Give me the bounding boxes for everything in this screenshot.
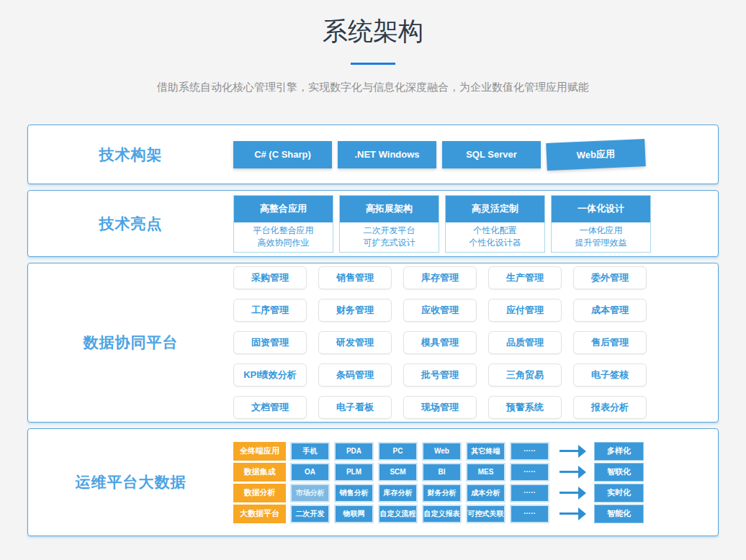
module-button[interactable]: 工序管理 xyxy=(233,299,307,322)
module-button[interactable]: 品质管理 xyxy=(488,331,562,354)
module-button[interactable]: 三角贸易 xyxy=(488,363,562,387)
module-button-grid: 采购管理销售管理库存管理生产管理委外管理工序管理财务管理应收管理应付管理成本管理… xyxy=(233,266,647,419)
ops-item-button[interactable]: 手机 xyxy=(290,442,330,461)
ops-category-label: 数据集成 xyxy=(233,463,286,482)
highlight-card-line: 提升管理效益 xyxy=(552,237,650,249)
arrow-right-icon xyxy=(560,484,588,502)
section-label-column: 技术亮点 xyxy=(28,214,233,234)
arrow-right-icon xyxy=(560,463,588,482)
ops-row: 数据分析市场分析销售分析库存分析财务分析成本分析·····实时化 xyxy=(233,484,644,502)
ops-item-button[interactable]: 其它终端 xyxy=(466,442,505,461)
highlight-card-title: 高拓展架构 xyxy=(340,196,439,222)
module-button[interactable]: 研发管理 xyxy=(318,331,392,354)
ops-item-button[interactable]: PDA xyxy=(334,442,374,461)
ops-item-button[interactable]: 二次开发 xyxy=(290,505,330,523)
ops-item-button[interactable]: 物联网 xyxy=(334,505,374,523)
page-title: 系统架构 xyxy=(0,0,746,48)
module-button[interactable]: 财务管理 xyxy=(318,299,392,322)
architecture-sections: 技术构架 C# (C Sharp).NET WindowsSQL ServerW… xyxy=(27,125,719,536)
ops-item-button[interactable]: ····· xyxy=(510,505,549,523)
ops-item-button[interactable]: PC xyxy=(378,442,418,461)
ops-category-label: 大数据平台 xyxy=(233,505,286,523)
ops-item-button[interactable]: SCM xyxy=(378,463,418,482)
ops-item-button[interactable]: ····· xyxy=(510,442,549,461)
highlight-card-line: 可扩充式设计 xyxy=(340,237,439,249)
module-button[interactable]: 固资管理 xyxy=(233,331,307,354)
module-button[interactable]: KPI绩效分析 xyxy=(233,363,307,387)
highlight-card-body: 一体化应用提升管理效益 xyxy=(552,222,650,252)
tech-button[interactable]: C# (C Sharp) xyxy=(233,141,332,168)
highlight-card-title: 高灵活定制 xyxy=(446,196,544,222)
ops-item-button[interactable]: 财务分析 xyxy=(422,484,462,502)
highlight-card: 高拓展架构二次开发平台可扩充式设计 xyxy=(339,195,439,253)
highlight-card-title: 高整合应用 xyxy=(234,196,333,222)
highlight-card: 一体化设计一体化应用提升管理效益 xyxy=(551,195,651,253)
arrow-right-icon xyxy=(560,442,588,461)
ops-row: 全终端应用手机PDAPCWeb其它终端·····多样化 xyxy=(233,442,644,461)
highlight-card-line: 平台化整合应用 xyxy=(234,225,333,237)
page-subtitle: 借助系统自动化核心管理引擎，实现数字化与信息化深度融合，为企业数值化管理应用赋能 xyxy=(0,81,746,94)
ops-item-button[interactable]: BI xyxy=(422,463,462,482)
ops-item-button[interactable]: OA xyxy=(290,463,330,482)
module-button[interactable]: 预警系统 xyxy=(488,396,562,419)
ops-item-button[interactable]: ····· xyxy=(510,463,549,482)
ops-row-list: 全终端应用手机PDAPCWeb其它终端·····多样化数据集成OAPLMSCMB… xyxy=(233,442,644,523)
module-button[interactable]: 库存管理 xyxy=(403,266,477,289)
section-tech-highlights: 技术亮点 高整合应用平台化整合应用高效协同作业高拓展架构二次开发平台可扩充式设计… xyxy=(27,190,719,257)
ops-item-button[interactable]: PLM xyxy=(334,463,374,482)
highlight-card-body: 个性化配置个性化设计器 xyxy=(446,222,544,252)
module-button[interactable]: 销售管理 xyxy=(318,266,392,289)
ops-item-button[interactable]: 自定义流程 xyxy=(378,505,418,523)
module-button[interactable]: 成本管理 xyxy=(573,299,647,322)
highlight-card: 高灵活定制个性化配置个性化设计器 xyxy=(445,195,545,253)
section-label-tech-highlights: 技术亮点 xyxy=(99,214,163,234)
ops-item-button[interactable]: 库存分析 xyxy=(378,484,418,502)
tech-framework-button-row: C# (C Sharp).NET WindowsSQL ServerWeb应用 xyxy=(233,141,645,168)
ops-item-button[interactable]: MES xyxy=(466,463,505,482)
ops-result-button[interactable]: 智能化 xyxy=(594,505,644,523)
module-button[interactable]: 应收管理 xyxy=(403,299,477,322)
highlight-card-row: 高整合应用平台化整合应用高效协同作业高拓展架构二次开发平台可扩充式设计高灵活定制… xyxy=(233,195,651,253)
ops-result-button[interactable]: 实时化 xyxy=(594,484,644,502)
ops-result-button[interactable]: 智联化 xyxy=(594,463,644,482)
module-button[interactable]: 应付管理 xyxy=(488,299,562,322)
section-label-tech-framework: 技术构架 xyxy=(99,145,163,165)
tech-button[interactable]: .NET Windows xyxy=(338,141,436,168)
module-button[interactable]: 报表分析 xyxy=(573,396,647,419)
module-button[interactable]: 售后管理 xyxy=(573,331,647,354)
ops-item-button[interactable]: 成本分析 xyxy=(466,484,505,502)
tech-button[interactable]: SQL Server xyxy=(442,141,541,168)
ops-item-button[interactable]: 市场分析 xyxy=(290,484,330,502)
ops-row: 大数据平台二次开发物联网自定义流程自定义报表可控式关联·····智能化 xyxy=(233,505,644,523)
highlight-card-title: 一体化设计 xyxy=(552,196,650,222)
highlight-card-line: 个性化设计器 xyxy=(446,237,544,249)
ops-category-label: 全终端应用 xyxy=(233,442,286,461)
module-button[interactable]: 模具管理 xyxy=(403,331,477,354)
highlight-card-line: 二次开发平台 xyxy=(340,225,439,237)
ops-item-button[interactable]: Web xyxy=(422,442,462,461)
module-button[interactable]: 条码管理 xyxy=(318,363,392,387)
section-label-data-platform: 数据协同平台 xyxy=(84,333,179,353)
module-button[interactable]: 文档管理 xyxy=(233,396,307,419)
module-button[interactable]: 现场管理 xyxy=(403,396,477,419)
section-ops-platform: 运维平台大数据 全终端应用手机PDAPCWeb其它终端·····多样化数据集成O… xyxy=(27,428,719,536)
ops-result-button[interactable]: 多样化 xyxy=(594,442,644,461)
section-tech-framework: 技术构架 C# (C Sharp).NET WindowsSQL ServerW… xyxy=(27,125,719,184)
tech-button[interactable]: Web应用 xyxy=(546,139,646,171)
arrow-right-icon xyxy=(560,505,588,523)
module-button[interactable]: 委外管理 xyxy=(573,266,647,289)
ops-item-button[interactable]: 可控式关联 xyxy=(466,505,505,523)
ops-item-button[interactable]: 销售分析 xyxy=(334,484,374,502)
section-label-column: 运维平台大数据 xyxy=(28,472,233,492)
ops-category-label: 数据分析 xyxy=(233,484,286,502)
ops-row: 数据集成OAPLMSCMBIMES·····智联化 xyxy=(233,463,644,482)
highlight-card-line: 一体化应用 xyxy=(552,225,650,237)
module-button[interactable]: 采购管理 xyxy=(233,266,307,289)
ops-item-button[interactable]: 自定义报表 xyxy=(422,505,462,523)
module-button[interactable]: 批号管理 xyxy=(403,363,477,387)
module-button[interactable]: 生产管理 xyxy=(488,266,562,289)
module-button[interactable]: 电子签核 xyxy=(573,363,647,387)
module-button[interactable]: 电子看板 xyxy=(318,396,392,419)
section-label-ops-platform: 运维平台大数据 xyxy=(76,472,186,492)
ops-item-button[interactable]: ····· xyxy=(510,484,549,502)
